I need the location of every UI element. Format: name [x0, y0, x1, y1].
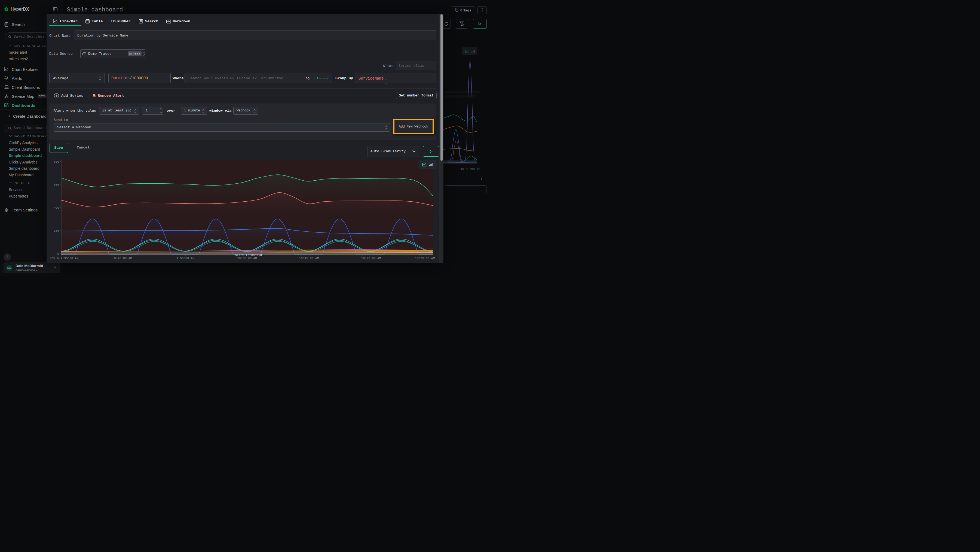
svg-text:10:35:00 AM: 10:35:00 AM — [415, 257, 435, 260]
svg-text:Alert Threshold: Alert Threshold — [235, 254, 262, 257]
svg-text:200: 200 — [54, 229, 59, 232]
svg-text:400: 400 — [54, 206, 59, 209]
svg-text:Nov 6 9:35:00 AM: Nov 6 9:35:00 AM — [50, 257, 79, 260]
svg-text:10:15:00 AM: 10:15:00 AM — [299, 257, 319, 260]
svg-text:10:25:00 AM: 10:25:00 AM — [361, 257, 381, 260]
svg-text:600: 600 — [54, 183, 59, 187]
svg-text:9:55:00 AM: 9:55:00 AM — [177, 257, 194, 260]
svg-text:0: 0 — [57, 252, 59, 255]
svg-text:9:45:00 AM: 9:45:00 AM — [114, 257, 132, 260]
svg-text:10:35:00 AM: 10:35:00 AM — [460, 168, 480, 171]
svg-text:800: 800 — [54, 160, 59, 163]
svg-text:10:05:00 AM: 10:05:00 AM — [237, 257, 257, 260]
